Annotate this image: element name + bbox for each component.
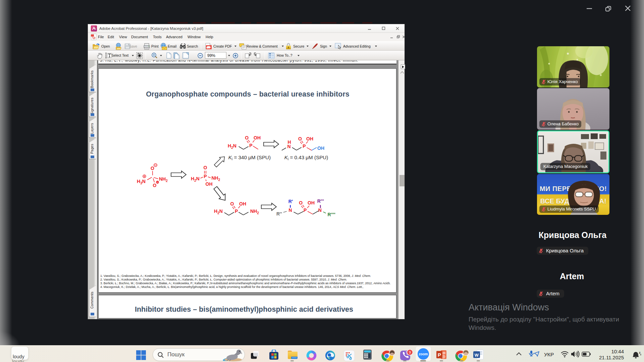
svg-text:N: N	[289, 207, 292, 213]
svg-text:H2N: H2N	[214, 208, 223, 215]
svg-text:9: 9	[409, 350, 411, 354]
svg-text:Ki = 0.43 μM (SPU): Ki = 0.43 μM (SPU)	[284, 155, 328, 161]
svg-text:O: O	[245, 135, 249, 140]
svg-text:R': R'	[288, 199, 293, 204]
svg-text:NH2: NH2	[159, 176, 168, 183]
svg-text:O: O	[230, 201, 234, 206]
svg-text:P: P	[235, 208, 238, 214]
svg-text:O: O	[151, 166, 154, 171]
svg-text:OH: OH	[254, 135, 261, 140]
svg-text:OH: OH	[317, 145, 324, 151]
svg-text:P: P	[249, 143, 252, 148]
svg-text:NH2: NH2	[250, 208, 259, 215]
svg-text:OH: OH	[306, 136, 313, 141]
svg-text:NH2: NH2	[212, 175, 220, 182]
svg-text:Ki = 340 μM (SPU): Ki = 340 μM (SPU)	[228, 155, 271, 161]
svg-text:W: W	[475, 353, 479, 358]
svg-text:H3N: H3N	[137, 179, 146, 185]
svg-text:P: P	[204, 174, 207, 179]
svg-text:R'''': R''''	[328, 212, 335, 217]
svg-text:OH: OH	[308, 200, 315, 205]
svg-text:z: z	[640, 353, 642, 356]
svg-text:OH: OH	[239, 201, 246, 206]
svg-text:O: O	[298, 136, 302, 141]
svg-text:H2N: H2N	[191, 176, 200, 182]
svg-text:P: P	[438, 352, 441, 358]
svg-text:OH: OH	[206, 181, 213, 187]
svg-text:N: N	[287, 144, 291, 149]
svg-text:O: O	[299, 200, 303, 205]
svg-text:P: P	[303, 143, 306, 149]
svg-text:H2N: H2N	[228, 143, 236, 149]
svg-text:N: N	[318, 207, 322, 213]
svg-text:O: O	[153, 183, 157, 188]
svg-text:zoom: zoom	[419, 352, 428, 356]
svg-text:P: P	[304, 207, 307, 213]
svg-text:R''': R'''	[317, 198, 324, 204]
svg-text:R'': R''	[276, 211, 282, 217]
svg-text:O: O	[204, 165, 207, 170]
